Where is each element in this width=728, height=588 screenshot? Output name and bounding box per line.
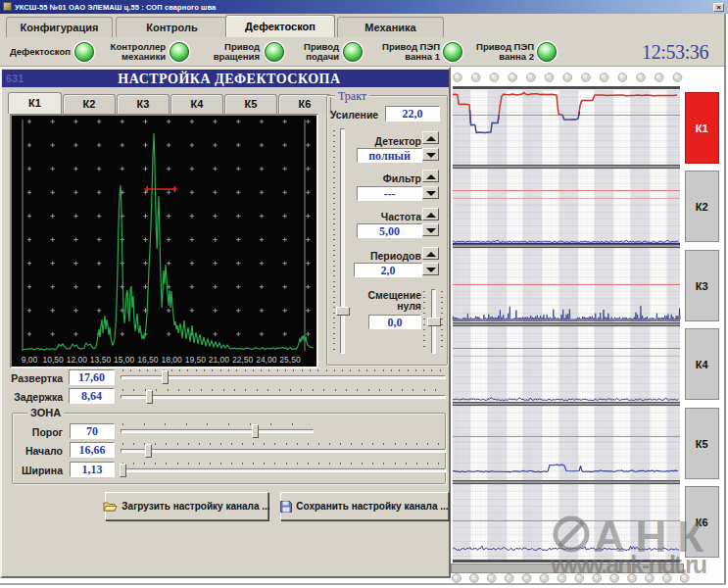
svg-text:10,50: 10,50 [43,355,65,365]
svg-text:15,00: 15,00 [114,355,135,365]
svg-text:22,50: 22,50 [232,355,254,365]
svg-text:24,00: 24,00 [256,355,277,365]
svg-text:12,00: 12,00 [67,355,88,365]
svg-text:19,50: 19,50 [185,355,207,365]
svg-text:9,00: 9,00 [22,355,38,365]
svg-text:25,50: 25,50 [279,355,301,365]
svg-text:18,00: 18,00 [161,355,182,365]
svg-text:13,50: 13,50 [90,355,112,365]
svg-text:www.ank-ndt.ru: www.ank-ndt.ru [550,551,707,578]
svg-text:21,00: 21,00 [209,355,230,365]
svg-text:16,50: 16,50 [137,355,159,365]
